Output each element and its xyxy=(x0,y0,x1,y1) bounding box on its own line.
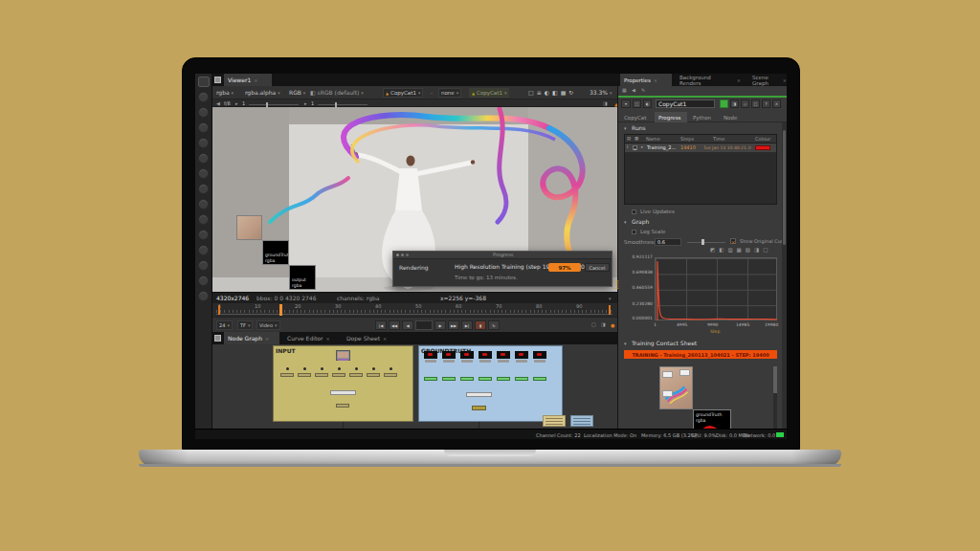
viewer-process-dropdown[interactable]: ◧ sRGB (default) ▾ xyxy=(310,90,364,96)
timeline-ruler[interactable] xyxy=(216,310,612,313)
smoothness-field[interactable]: 0.6 xyxy=(655,238,681,246)
shuffle-node[interactable] xyxy=(442,377,456,381)
shuffle-node[interactable] xyxy=(424,377,437,381)
read-node-gt[interactable] xyxy=(515,351,528,363)
window-close-icon[interactable] xyxy=(396,253,399,256)
refresh-icon[interactable]: ↻ xyxy=(568,89,576,96)
tab-viewer1[interactable]: Viewer1 × xyxy=(224,74,272,86)
run-row[interactable]: i x ▸ Training_2... 19410 Tue Jan 13 10:… xyxy=(625,143,776,152)
video-dropdown[interactable]: Video▾ xyxy=(256,320,280,330)
appendclip-node-gt[interactable] xyxy=(466,392,492,397)
tab-background-renders[interactable]: Background Renders× xyxy=(676,74,745,86)
toolbar-image-icon[interactable] xyxy=(198,92,209,102)
loss-plot[interactable] xyxy=(655,257,777,320)
properties-scrollbar[interactable] xyxy=(782,122,787,429)
zoom-dropdown[interactable]: 33.3% ▾ xyxy=(590,90,612,96)
record-range-button[interactable]: ▮ xyxy=(475,320,486,330)
read-node-gt[interactable] xyxy=(442,351,456,363)
help-button[interactable]: ? xyxy=(762,99,770,108)
dot-node[interactable] xyxy=(321,367,323,370)
gamma-icon[interactable]: ◐ xyxy=(545,89,552,96)
shuffle-node[interactable] xyxy=(479,377,492,381)
toolbar-transform-icon[interactable] xyxy=(198,214,209,225)
pane-icon[interactable] xyxy=(214,77,221,83)
toolbar-deep-icon[interactable] xyxy=(198,260,209,271)
edit-icon[interactable]: ✎ xyxy=(641,88,645,93)
shuffle-node[interactable] xyxy=(460,377,474,381)
range-end-marker[interactable] xyxy=(609,305,611,315)
contact-sheet-node[interactable] xyxy=(570,415,593,427)
copycat-node[interactable] xyxy=(543,415,566,427)
crop-node[interactable] xyxy=(298,373,311,377)
read-node-input[interactable] xyxy=(336,350,350,361)
input-b-dropdown[interactable]: ▲ CopyCat1▾ xyxy=(469,88,509,98)
wipe-dropdown[interactable]: none▾ xyxy=(438,88,461,98)
layout-button[interactable]: ◨ xyxy=(730,99,739,108)
wipe-minus[interactable]: - xyxy=(431,91,433,96)
frame-first-button[interactable]: |◀ xyxy=(375,320,387,330)
dot-node[interactable] xyxy=(355,367,358,370)
read-node-gt[interactable] xyxy=(424,351,437,363)
tf-dropdown[interactable]: TF▾ xyxy=(237,320,253,330)
crop-node[interactable] xyxy=(384,373,397,377)
progress-dialog-titlebar[interactable]: Progress xyxy=(393,252,612,259)
contact-disclosure-icon[interactable]: ▾ xyxy=(624,342,627,346)
fast-forward-button[interactable]: ▶▶ xyxy=(448,320,459,330)
contact-sheet-scrollbar[interactable] xyxy=(773,366,777,429)
roi-icon[interactable]: ◨ xyxy=(603,101,608,106)
gamma-slider[interactable] xyxy=(318,104,368,105)
fullscreen-icon[interactable]: □ xyxy=(528,89,537,96)
tab-curve-editor[interactable]: Curve Editor× xyxy=(283,332,339,344)
crop-node[interactable] xyxy=(315,373,328,377)
smoothness-slider-handle[interactable] xyxy=(702,239,704,245)
dot-node[interactable] xyxy=(390,367,392,370)
toolbar-color-icon[interactable] xyxy=(198,153,209,164)
toolbar-draw-icon[interactable] xyxy=(198,107,209,118)
read-node-gt[interactable] xyxy=(460,351,474,363)
properties-scrollbar-thumb[interactable] xyxy=(783,130,786,245)
node-color-button[interactable]: □ xyxy=(633,99,641,108)
dot-node[interactable] xyxy=(303,367,306,370)
current-frame-field[interactable] xyxy=(415,320,433,330)
info-icon[interactable]: i xyxy=(627,145,628,150)
graph-disclosure-icon[interactable]: ▾ xyxy=(624,220,627,225)
play-button[interactable]: ▶ xyxy=(434,320,446,330)
gain-right-icon[interactable]: ▸ xyxy=(235,101,238,106)
lock-range-icon[interactable]: □ xyxy=(591,322,596,327)
crop-node[interactable] xyxy=(280,373,294,377)
pane-menu-icon[interactable] xyxy=(198,77,210,87)
zoom-in-icon[interactable]: ◩ xyxy=(710,247,719,253)
gamma-right-icon[interactable]: ▸ xyxy=(304,101,307,106)
contact-sheet-scrollbar-thumb[interactable] xyxy=(773,366,777,393)
chevron-down-icon[interactable]: ▾ xyxy=(609,296,612,301)
live-render-button[interactable] xyxy=(720,99,728,108)
run-colour-swatch[interactable] xyxy=(755,145,770,150)
gain-left-icon[interactable]: ◀ xyxy=(216,101,220,106)
read-node-gt[interactable] xyxy=(479,351,492,363)
log-scale-checkbox[interactable] xyxy=(632,230,636,234)
appendclip-node-input[interactable] xyxy=(330,390,356,395)
float-button[interactable]: □ xyxy=(751,99,760,108)
grid-icon[interactable]: ▦ xyxy=(561,89,569,96)
viewer-viewport[interactable]: groundTruth rgba output rgba groundTruth… xyxy=(212,107,617,292)
shuffle-node[interactable] xyxy=(497,377,510,381)
bookmark-button[interactable]: ◇ xyxy=(741,99,749,108)
gain-value[interactable]: 1 xyxy=(242,101,245,106)
node-menu-button[interactable]: ▾ xyxy=(621,99,631,108)
toolbar-keyer-icon[interactable] xyxy=(198,184,209,194)
tab-progress[interactable]: Progress xyxy=(655,112,687,122)
toolbar-other-icon[interactable] xyxy=(198,291,209,301)
layer-dropdown[interactable]: rgba ▾ xyxy=(216,90,234,96)
range-start-marker[interactable] xyxy=(218,305,220,315)
window-minimize-icon[interactable] xyxy=(401,253,404,256)
toolbar-3d-icon[interactable] xyxy=(198,230,209,240)
fps-dropdown[interactable]: 24▾ xyxy=(216,320,233,330)
close-icon[interactable]: × xyxy=(254,77,257,83)
dot-node[interactable] xyxy=(286,367,289,370)
pan-icon[interactable]: ▥ xyxy=(727,247,736,253)
toolbar-views-icon[interactable] xyxy=(198,276,209,286)
shuffle-node[interactable] xyxy=(533,377,546,381)
read-node-gt[interactable] xyxy=(533,351,546,363)
sync-icon[interactable]: ● xyxy=(611,322,614,328)
tab-node-graph[interactable]: Node Graph× xyxy=(224,332,279,344)
